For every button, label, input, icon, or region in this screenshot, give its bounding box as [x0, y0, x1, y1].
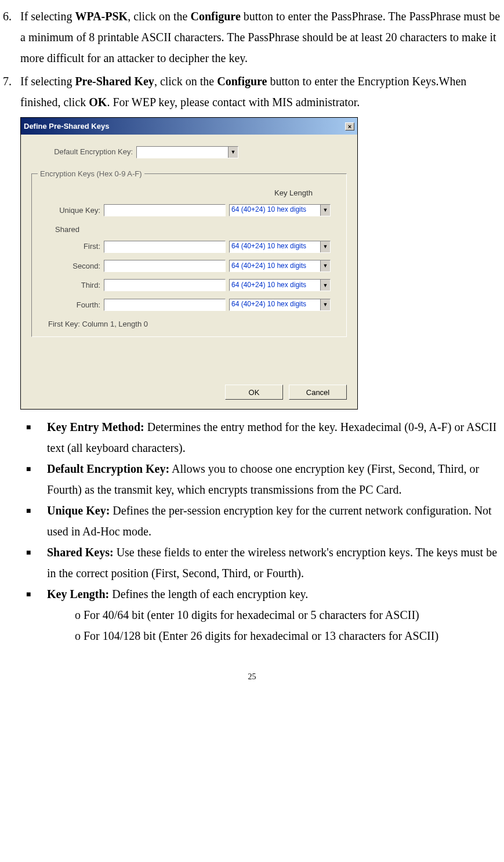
fieldset-legend: Encryption Keys (Hex 0-9 A-F)	[38, 167, 144, 180]
bullet-title: Key Length:	[47, 588, 109, 600]
ok-label: OK	[249, 386, 260, 399]
dropdown-text: 64 (40+24) 10 hex digits	[230, 240, 320, 253]
bullet-shared-keys: ■ Shared Keys: Use these fields to enter…	[26, 542, 501, 584]
text: If selecting	[20, 10, 75, 23]
chevron-down-icon: ▼	[320, 260, 330, 271]
close-icon: ×	[348, 123, 351, 130]
dropdown-third-length[interactable]: 64 (40+24) 10 hex digits ▼	[229, 279, 331, 291]
text: . For WEP key, please contact with MIS a…	[107, 96, 360, 108]
input-unique-key[interactable]	[104, 204, 226, 216]
dropdown-first-length[interactable]: 64 (40+24) 10 hex digits ▼	[229, 241, 331, 253]
label-third: Third:	[38, 278, 104, 292]
bullet-text: Use these fields to enter the wireless n…	[47, 546, 497, 580]
page-number: 25	[3, 669, 501, 684]
bullet-text: Defines the per-session encryption key f…	[47, 504, 492, 538]
bullet-body: Key Entry Method: Determines the entry m…	[47, 416, 501, 458]
row-second: Second: 64 (40+24) 10 hex digits ▼	[38, 259, 340, 273]
bullet-key-length: ■ Key Length: Defines the length of each…	[26, 584, 501, 646]
row-third: Third: 64 (40+24) 10 hex digits ▼	[38, 278, 340, 292]
dropdown-text: 64 (40+24) 10 hex digits	[230, 279, 320, 292]
chevron-down-icon: ▼	[320, 280, 330, 291]
list-body: If selecting WPA-PSK, click on the Confi…	[20, 6, 501, 68]
bullet-body: Default Encryption Key: Allows you to ch…	[47, 458, 501, 500]
titlebar: Define Pre-Shared Keys ×	[21, 118, 357, 135]
key-length-header: Key Length	[246, 186, 340, 200]
bullet-title: Default Encryption Key:	[47, 462, 169, 475]
label-second: Second:	[38, 259, 104, 273]
bold-preshared: Pre-Shared Key	[75, 75, 154, 88]
list-number: 7.	[3, 71, 20, 414]
text: If selecting	[20, 75, 75, 88]
dropdown-text: 64 (40+24) 10 hex digits	[230, 260, 320, 273]
input-first-key[interactable]	[104, 241, 226, 253]
bullet-title: Unique Key:	[47, 504, 110, 517]
row-first: First: 64 (40+24) 10 hex digits ▼	[38, 240, 340, 253]
label-first: First:	[38, 240, 104, 253]
bold-wpa-psk: WPA-PSK	[75, 10, 128, 23]
input-second-key[interactable]	[104, 260, 226, 272]
dropdown-fourth-length[interactable]: 64 (40+24) 10 hex digits ▼	[229, 299, 331, 311]
button-row: OK Cancel	[21, 385, 357, 409]
label-unique: Unique Key:	[38, 204, 104, 217]
cancel-button[interactable]: Cancel	[289, 385, 347, 400]
dialog-body: Default Encryption Key: ▼ Encryption Key…	[21, 135, 357, 350]
dropdown-text: 64 (40+24) 10 hex digits	[230, 298, 320, 311]
text: , click on the	[128, 10, 190, 23]
dropdown-default-encryption[interactable]: ▼	[136, 146, 238, 158]
dropdown-second-length[interactable]: 64 (40+24) 10 hex digits ▼	[229, 260, 331, 272]
label-fourth: Fourth:	[38, 298, 104, 312]
bullet-icon: ■	[26, 458, 47, 500]
bullet-default-enc: ■ Default Encryption Key: Allows you to …	[26, 458, 501, 500]
label-default-encryption: Default Encryption Key:	[31, 145, 136, 158]
row-default-encryption: Default Encryption Key: ▼	[31, 145, 347, 158]
bullet-unique-key: ■ Unique Key: Defines the per-session en…	[26, 500, 501, 542]
bullet-icon: ■	[26, 500, 47, 542]
bullet-title: Key Entry Method:	[47, 421, 144, 433]
list-body: If selecting Pre-Shared Key, click on th…	[20, 71, 501, 414]
chevron-down-icon: ▼	[320, 241, 330, 252]
sub-item-104-128: o For 104/128 bit (Enter 26 digits for h…	[75, 625, 501, 646]
bullet-icon: ■	[26, 416, 47, 458]
row-unique: Unique Key: 64 (40+24) 10 hex digits ▼	[38, 204, 340, 217]
row-fourth: Fourth: 64 (40+24) 10 hex digits ▼	[38, 298, 340, 312]
chevron-down-icon: ▼	[228, 147, 238, 158]
bullet-icon: ■	[26, 584, 47, 646]
list-item-6: 6. If selecting WPA-PSK, click on the Co…	[3, 6, 501, 68]
cancel-label: Cancel	[306, 386, 329, 399]
dialog-define-preshared-keys: Define Pre-Shared Keys × Default Encrypt…	[20, 117, 358, 410]
dropdown-unique-length[interactable]: 64 (40+24) 10 hex digits ▼	[229, 204, 331, 216]
bullet-key-entry: ■ Key Entry Method: Determines the entry…	[26, 416, 501, 458]
bullet-body: Unique Key: Defines the per-session encr…	[47, 500, 501, 542]
bold-configure: Configure	[217, 75, 267, 88]
bullet-title: Shared Keys:	[47, 546, 114, 559]
dialog-title: Define Pre-Shared Keys	[24, 119, 109, 133]
bullet-text: Defines the length of each encryption ke…	[109, 588, 308, 600]
bullet-body: Shared Keys: Use these fields to enter t…	[47, 542, 501, 584]
fieldset-encryption-keys: Encryption Keys (Hex 0-9 A-F) Key Length…	[31, 167, 347, 338]
status-line: First Key: Column 1, Length 0	[48, 317, 340, 331]
close-button[interactable]: ×	[345, 122, 354, 131]
input-third-key[interactable]	[104, 279, 226, 291]
input-fourth-key[interactable]	[104, 299, 226, 311]
bullet-body: Key Length: Defines the length of each e…	[47, 584, 501, 646]
list-number: 6.	[3, 6, 20, 68]
text: , click on the	[154, 75, 217, 88]
chevron-down-icon: ▼	[320, 299, 330, 310]
label-shared: Shared	[55, 223, 340, 236]
ok-button[interactable]: OK	[225, 385, 283, 400]
list-item-7: 7. If selecting Pre-Shared Key, click on…	[3, 71, 501, 414]
bold-configure: Configure	[190, 10, 240, 23]
dropdown-text: 64 (40+24) 10 hex digits	[230, 204, 320, 216]
sub-item-40-64: o For 40/64 bit (enter 10 digits for hex…	[75, 604, 501, 625]
bold-ok: OK	[89, 96, 107, 108]
chevron-down-icon: ▼	[320, 205, 330, 216]
bullet-icon: ■	[26, 542, 47, 584]
